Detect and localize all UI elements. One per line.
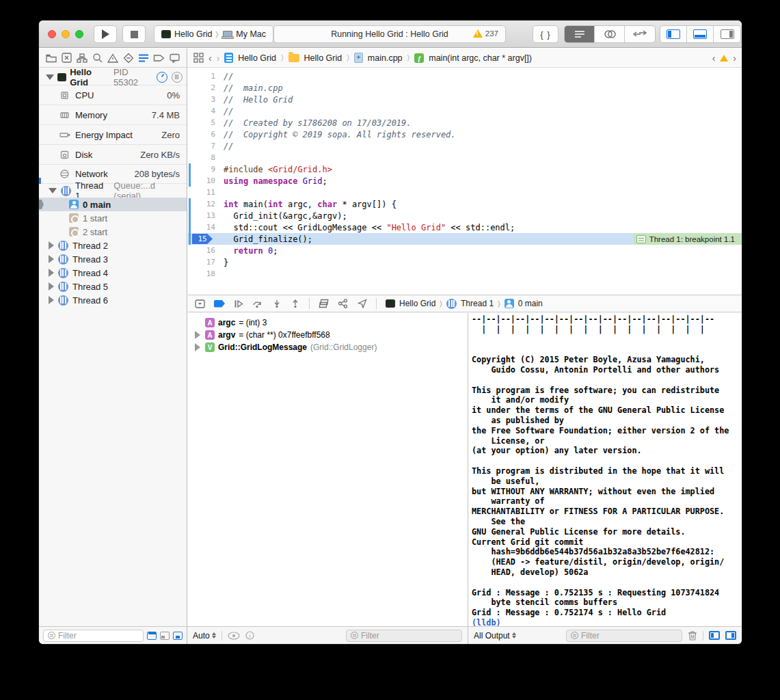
toggle-breakpoints-button[interactable] bbox=[214, 300, 225, 308]
warning-count-badge[interactable]: 237 bbox=[473, 29, 498, 38]
stop-button[interactable] bbox=[122, 25, 146, 43]
project-navigator-tab[interactable] bbox=[45, 52, 57, 64]
stack-frame-row[interactable]: 1 start bbox=[39, 211, 187, 225]
code-line-18[interactable]: 18 bbox=[188, 268, 742, 280]
code-line-11[interactable]: 11 bbox=[188, 187, 742, 198]
line-number-gutter[interactable]: 16 bbox=[188, 246, 218, 255]
line-number-gutter[interactable]: 4 bbox=[188, 107, 218, 116]
breakpoint-marker[interactable]: 15 bbox=[192, 234, 213, 244]
console-output-popup[interactable]: All Output bbox=[474, 631, 516, 641]
variable-row[interactable]: Aargc= (int) 3 bbox=[188, 317, 468, 329]
zoom-window-button[interactable] bbox=[75, 30, 83, 38]
gauge-row-memory[interactable]: Memory7.4 MB bbox=[39, 105, 187, 124]
step-over-button[interactable] bbox=[252, 299, 263, 308]
find-navigator-tab[interactable] bbox=[92, 52, 103, 64]
code-line-13[interactable]: 13 Grid_init(&argc,&argv); bbox=[188, 210, 742, 221]
thread-row[interactable]: Thread 6 bbox=[39, 293, 187, 307]
line-number-gutter[interactable]: 12 bbox=[188, 200, 218, 208]
code-line-6[interactable]: 6// Copyright © 2019 sopa. All rights re… bbox=[188, 129, 742, 140]
debug-crumb-process[interactable]: Hello Grid bbox=[399, 299, 435, 308]
version-editor-button[interactable] bbox=[625, 26, 655, 42]
hide-debug-area-button[interactable] bbox=[195, 299, 205, 308]
thread-row[interactable]: Thread 3 bbox=[39, 252, 187, 266]
quicklook-eye-icon[interactable] bbox=[228, 632, 240, 640]
toggle-navigator-button[interactable] bbox=[660, 26, 687, 42]
run-button[interactable] bbox=[94, 25, 117, 43]
thread-row[interactable]: Thread 1Queue:...d (serial) bbox=[39, 184, 187, 198]
code-line-8[interactable]: 8 bbox=[188, 152, 742, 163]
previous-issue-button[interactable]: ‹ bbox=[712, 53, 716, 64]
breadcrumb-project[interactable]: Hello Grid bbox=[238, 53, 276, 63]
code-line-5[interactable]: 5// Created by s1786208 on 17/03/2019. bbox=[188, 117, 742, 129]
show-running-toggle-icon[interactable] bbox=[147, 632, 157, 640]
go-back-button[interactable]: ‹ bbox=[209, 53, 212, 64]
console-filter-field[interactable]: Filter bbox=[566, 630, 682, 642]
variables-filter-field[interactable]: Filter bbox=[346, 630, 462, 642]
toggle-console-view-icon[interactable] bbox=[725, 631, 736, 640]
step-out-button[interactable] bbox=[291, 299, 300, 308]
code-line-10[interactable]: 10using namespace Grid; bbox=[188, 175, 742, 187]
line-number-gutter[interactable]: 11 bbox=[188, 188, 218, 197]
gauge-row-disk[interactable]: DiskZero KB/s bbox=[39, 144, 187, 164]
line-number-gutter[interactable]: 15 bbox=[188, 234, 218, 244]
disclosure-triangle[interactable] bbox=[49, 269, 54, 277]
line-number-gutter[interactable]: 6 bbox=[188, 130, 218, 139]
show-stack-frames-toggle-icon[interactable] bbox=[173, 632, 183, 640]
variables-scope-popup[interactable]: Auto bbox=[193, 631, 216, 641]
code-line-7[interactable]: 7// bbox=[188, 140, 742, 152]
toggle-debug-area-button[interactable] bbox=[687, 26, 714, 42]
line-number-gutter[interactable]: 17 bbox=[188, 258, 218, 267]
disclosure-triangle[interactable] bbox=[49, 282, 54, 291]
line-number-gutter[interactable]: 10 bbox=[188, 176, 218, 185]
breakpoint-navigator-tab[interactable] bbox=[153, 52, 165, 64]
variable-row[interactable]: Aargv= (char **) 0x7ffeefbff568 bbox=[188, 329, 468, 341]
go-forward-button[interactable]: › bbox=[217, 53, 220, 64]
debug-crumb-thread[interactable]: Thread 1 bbox=[461, 299, 494, 308]
thread-row[interactable]: Thread 4 bbox=[39, 266, 187, 280]
line-number-gutter[interactable]: 5 bbox=[188, 118, 218, 127]
symbol-navigator-tab[interactable] bbox=[76, 52, 88, 64]
breadcrumb-file[interactable]: main.cpp bbox=[368, 53, 403, 63]
disclosure-triangle[interactable] bbox=[49, 296, 54, 304]
scheme-selector[interactable]: Hello Grid 〉 My Mac bbox=[154, 25, 273, 43]
minimize-window-button[interactable] bbox=[62, 30, 70, 38]
debug-crumb-frame[interactable]: 0 main bbox=[518, 299, 543, 308]
debug-view-hierarchy-button[interactable] bbox=[319, 299, 329, 308]
report-navigator-tab[interactable] bbox=[169, 52, 180, 64]
line-number-gutter[interactable]: 3 bbox=[188, 95, 218, 104]
test-navigator-tab[interactable] bbox=[122, 52, 134, 64]
disclosure-triangle[interactable] bbox=[49, 241, 54, 250]
close-window-button[interactable] bbox=[48, 30, 56, 38]
disclosure-triangle[interactable] bbox=[195, 331, 202, 339]
console-view[interactable]: --|--|--|--|--|--|--|--|--|--|--|--|--|-… bbox=[469, 313, 742, 626]
info-icon[interactable]: i bbox=[245, 631, 254, 640]
gauge-row-energy[interactable]: Energy ImpactZero bbox=[39, 124, 187, 144]
step-into-button[interactable] bbox=[272, 299, 282, 308]
code-line-17[interactable]: 17} bbox=[188, 256, 742, 268]
simulate-location-button[interactable] bbox=[358, 299, 367, 308]
debug-navigator-tab[interactable] bbox=[138, 52, 150, 64]
variables-view[interactable]: Aargc= (int) 3Aargv= (char **) 0x7ffeefb… bbox=[188, 313, 468, 626]
standard-editor-button[interactable] bbox=[565, 26, 595, 42]
code-line-1[interactable]: 1// bbox=[188, 70, 742, 82]
line-number-gutter[interactable]: 8 bbox=[188, 153, 218, 162]
source-control-navigator-tab[interactable] bbox=[61, 52, 72, 64]
code-line-3[interactable]: 3// Hello Grid bbox=[188, 94, 742, 105]
related-items-icon[interactable] bbox=[193, 53, 204, 63]
breakpoint-annotation[interactable]: Thread 1: breakpoint 1.1 bbox=[634, 233, 742, 245]
line-number-gutter[interactable]: 13 bbox=[188, 211, 218, 220]
stack-frame-row[interactable]: 0 main bbox=[39, 198, 187, 211]
gauge-edit-icon[interactable] bbox=[157, 72, 167, 83]
line-number-gutter[interactable]: 18 bbox=[188, 269, 218, 278]
clear-console-trash-icon[interactable] bbox=[688, 630, 697, 641]
show-crashed-toggle-icon[interactable] bbox=[160, 632, 170, 640]
stack-frame-row[interactable]: 2 start bbox=[39, 225, 187, 239]
breadcrumb-group[interactable]: Hello Grid bbox=[304, 53, 342, 63]
breadcrumb-symbol[interactable]: main(int argc, char * argv[]) bbox=[429, 53, 532, 63]
line-number-gutter[interactable]: 9 bbox=[188, 165, 218, 174]
code-line-12[interactable]: 12int main(int argc, char * argv[]) { bbox=[188, 198, 742, 210]
disclosure-triangle[interactable] bbox=[195, 343, 202, 351]
toggle-inspector-button[interactable] bbox=[714, 26, 740, 42]
disclosure-triangle[interactable] bbox=[46, 75, 54, 80]
code-line-9[interactable]: 9#include <Grid/Grid.h> bbox=[188, 163, 742, 175]
